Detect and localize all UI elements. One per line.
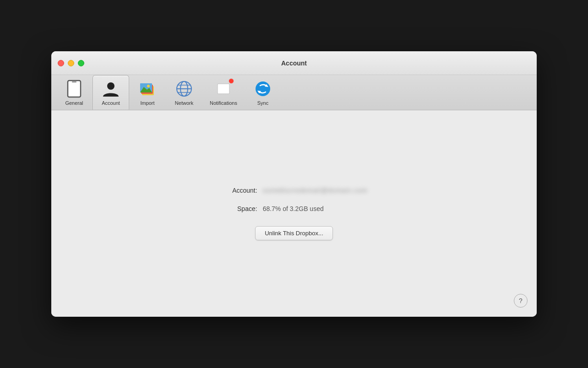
tab-network[interactable]: Network	[166, 75, 202, 110]
account-value: someblurredemail@domain.com	[263, 187, 368, 194]
minimize-button[interactable]	[68, 60, 74, 66]
account-icon	[101, 79, 120, 98]
svg-point-2	[107, 82, 114, 90]
tab-import[interactable]: Import	[129, 75, 166, 110]
tab-general[interactable]: General	[56, 75, 93, 110]
network-icon	[174, 79, 194, 98]
svg-rect-0	[68, 81, 81, 97]
info-table: Account: someblurredemail@domain.com Spa…	[221, 187, 368, 212]
tab-import-label: Import	[140, 100, 154, 106]
tab-sync[interactable]: Sync	[245, 75, 281, 110]
window-controls	[58, 60, 84, 66]
tab-sync-label: Sync	[257, 100, 268, 106]
tab-network-label: Network	[175, 100, 193, 106]
svg-rect-14	[218, 84, 229, 94]
window-title: Account	[281, 60, 307, 67]
account-row: Account: someblurredemail@domain.com	[221, 187, 368, 194]
unlink-button[interactable]: Unlink This Dropbox...	[255, 226, 333, 240]
account-label: Account:	[221, 187, 257, 194]
maximize-button[interactable]	[78, 60, 84, 66]
tab-notifications-label: Notifications	[210, 100, 237, 106]
space-label: Space:	[221, 205, 257, 212]
general-icon	[65, 79, 84, 98]
notifications-icon	[214, 79, 233, 98]
notification-badge	[229, 78, 234, 84]
toolbar: General Account	[51, 75, 537, 110]
tab-account-label: Account	[102, 100, 120, 106]
tab-notifications[interactable]: Notifications	[202, 75, 245, 110]
content-area: Account: someblurredemail@domain.com Spa…	[51, 110, 537, 317]
svg-point-15	[256, 81, 270, 96]
titlebar: Account	[51, 51, 537, 75]
sync-icon	[253, 79, 272, 98]
space-row: Space: 68.7% of 3.2GB used	[221, 205, 368, 212]
tab-account[interactable]: Account	[93, 75, 129, 110]
tab-general-label: General	[65, 100, 83, 106]
svg-rect-1	[72, 81, 76, 82]
svg-point-8	[147, 85, 150, 87]
preferences-window: Account General Account	[51, 51, 537, 317]
help-button[interactable]: ?	[514, 294, 528, 308]
space-value: 68.7% of 3.2GB used	[263, 205, 324, 212]
close-button[interactable]	[58, 60, 64, 66]
import-icon	[138, 79, 157, 98]
